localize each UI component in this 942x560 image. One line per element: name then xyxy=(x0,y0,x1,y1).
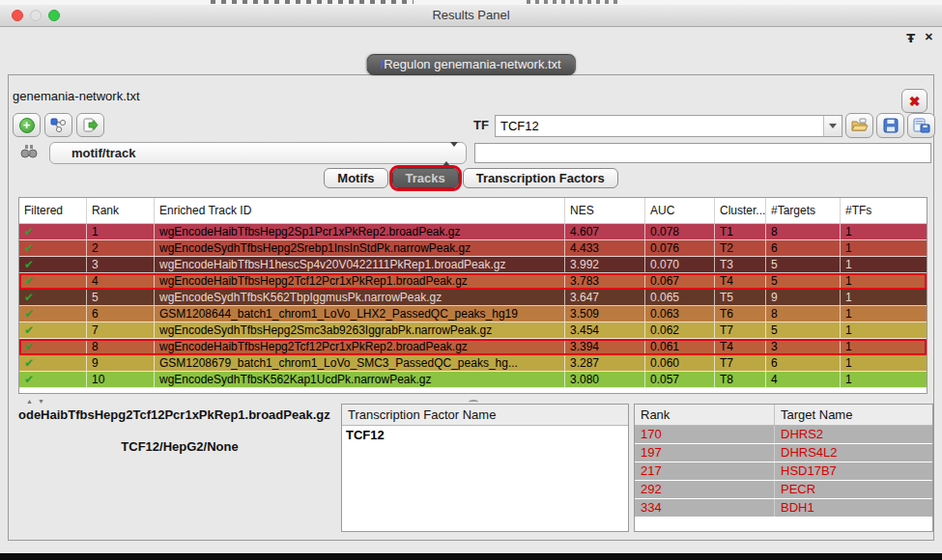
target-gene-table: Rank Target Name 170 DHRS2 197 DHRS4L2 2… xyxy=(634,404,933,532)
col-target-rank[interactable]: Rank xyxy=(635,405,775,425)
col-target-name[interactable]: Target Name xyxy=(775,405,932,425)
cell-rank: 9 xyxy=(87,355,155,371)
filter-type-dropdown[interactable]: motif/track xyxy=(49,142,467,164)
track-row[interactable]: ✔ 3 wgEncodeHaibTfbsH1hescSp4v20V0422111… xyxy=(19,257,927,273)
col-filtered[interactable]: Filtered xyxy=(19,198,87,223)
cell-tfs: 1 xyxy=(841,257,927,272)
track-row-highlighted[interactable]: ✔ 4 wgEncodeHaibTfbsHepg2Tcf12Pcr1xPkRep… xyxy=(19,273,927,290)
result-tab-label: Regulon genemania-network.txt xyxy=(384,57,561,71)
track-row[interactable]: ✔ 5 wgEncodeSydhTfbsK562TbpIggmusPk.narr… xyxy=(19,290,927,306)
cell-auc: 0.061 xyxy=(645,339,715,354)
copy-results-button[interactable] xyxy=(907,113,935,138)
target-row[interactable]: 334 BDH1 xyxy=(635,499,932,518)
background-text-fragment xyxy=(527,0,618,4)
col-tf-name[interactable]: Transcription Factor Name xyxy=(342,407,496,422)
tf-name-row[interactable]: TCF12 xyxy=(342,426,628,442)
cell-nes: 4.433 xyxy=(565,240,645,256)
results-panel-window: Results Panel Ŧ ✕ iRegulon genemania-net… xyxy=(0,0,942,560)
target-row[interactable]: 197 DHRS4L2 xyxy=(635,444,932,462)
draw-network-button[interactable] xyxy=(44,113,72,137)
filter-binoculars-icon xyxy=(20,144,38,158)
track-row[interactable]: ✔ 1 wgEncodeHaibTfbsHepg2Sp1Pcr1xPkRep2.… xyxy=(19,224,927,240)
filter-type-value: motif/track xyxy=(71,146,135,160)
splitter-up-icon[interactable]: ▲ xyxy=(26,398,33,405)
cell-cluster: T7 xyxy=(715,322,766,338)
add-regulators-button[interactable]: + xyxy=(13,113,41,137)
tf-description-label: TCF12/HepG2/None xyxy=(18,439,341,454)
cell-target-rank: 170 xyxy=(635,426,775,443)
checkmark-icon: ✔ xyxy=(24,373,34,386)
result-type-tabs: Motifs Tracks Transcription Factors xyxy=(9,168,933,188)
track-row[interactable]: ✔ 7 wgEncodeSydhTfbsHepg2Smc3ab9263Iggra… xyxy=(19,322,927,339)
cell-targets: 6 xyxy=(766,240,841,256)
col-rank[interactable]: Rank xyxy=(87,198,155,223)
cell-target-rank: 217 xyxy=(635,462,775,480)
cell-cluster: T6 xyxy=(715,306,766,322)
filter-query-input[interactable] xyxy=(474,143,931,163)
tab-tracks[interactable]: Tracks xyxy=(392,168,459,188)
track-row-highlighted[interactable]: ✔ 8 wgEncodeHaibTfbsHepg2Tcf12Pcr1xPkRep… xyxy=(19,339,927,355)
tab-motifs[interactable]: Motifs xyxy=(324,168,387,188)
enriched-tracks-table: Filtered Rank Enriched Track ID NES AUC … xyxy=(18,197,928,394)
cell-rank: 8 xyxy=(87,339,155,354)
dock-pin-icon[interactable]: Ŧ xyxy=(906,31,915,45)
save-results-button[interactable] xyxy=(876,113,904,138)
track-row[interactable]: ✔ 2 wgEncodeSydhTfbsHepg2Srebp1InsInStdP… xyxy=(19,240,927,257)
table-header-row: Filtered Rank Enriched Track ID NES AUC … xyxy=(19,198,927,224)
col-auc[interactable]: AUC xyxy=(645,198,715,223)
cell-targets: 3 xyxy=(766,339,841,354)
cell-targets: 5 xyxy=(766,322,841,338)
cell-target-rank: 334 xyxy=(635,499,775,517)
close-panel-icon[interactable]: ✕ xyxy=(925,31,933,43)
col-tfs[interactable]: #TFs xyxy=(841,198,927,223)
tf-combobox-arrow-button[interactable] xyxy=(823,116,842,136)
checkmark-icon: ✔ xyxy=(24,225,34,238)
selected-track-detail: odeHaibTfbsHepg2Tcf12Pcr1xPkRep1.broadPe… xyxy=(18,407,341,531)
col-track-id[interactable]: Enriched Track ID xyxy=(155,198,565,223)
tf-combobox[interactable]: TCF12 xyxy=(495,115,842,137)
target-row[interactable]: 292 PECR xyxy=(635,481,932,499)
export-arrow-icon xyxy=(82,118,99,133)
cell-nes: 3.394 xyxy=(565,339,645,354)
stepper-arrows-icon xyxy=(442,147,458,161)
target-row[interactable]: 217 HSD17B7 xyxy=(635,462,932,481)
cell-nes: 3.080 xyxy=(565,372,645,387)
col-nes[interactable]: NES xyxy=(565,198,645,223)
track-row[interactable]: ✔ 6 GSM1208644_batch1_chrom1_LoVo_LHX2_P… xyxy=(19,306,927,322)
target-table-header: Rank Target Name xyxy=(635,405,932,426)
cell-target-name: BDH1 xyxy=(775,499,932,517)
cell-cluster: T3 xyxy=(715,257,766,272)
cytopanel-control-strip: Ŧ ✕ xyxy=(0,27,942,48)
cell-target-rank: 292 xyxy=(635,481,775,498)
close-results-button[interactable]: ✖ xyxy=(901,89,928,113)
target-row[interactable]: 170 DHRS2 xyxy=(635,426,932,444)
checkmark-icon: ✔ xyxy=(24,323,34,337)
cell-auc: 0.065 xyxy=(645,290,715,305)
cell-tfs: 1 xyxy=(841,372,927,387)
tab-transcription-factors[interactable]: Transcription Factors xyxy=(463,168,618,188)
red-x-icon: ✖ xyxy=(909,94,921,109)
cell-tfs: 1 xyxy=(841,240,927,256)
left-toolbar: + xyxy=(13,113,104,137)
cell-targets: 6 xyxy=(766,355,841,371)
cell-tfs: 1 xyxy=(841,355,927,371)
cell-rank: 4 xyxy=(87,273,155,289)
export-button[interactable] xyxy=(76,113,104,137)
cell-track-id: wgEncodeSydhTfbsHepg2Srebp1InsInStdPk.na… xyxy=(155,240,565,256)
track-row[interactable]: ✔ 9 GSM1208679_batch1_chrom1_LoVo_SMC3_P… xyxy=(19,355,927,372)
tf-field-label: TF xyxy=(473,118,489,132)
cell-tfs: 1 xyxy=(841,306,927,322)
cell-auc: 0.076 xyxy=(645,240,715,256)
load-results-button[interactable] xyxy=(845,113,873,138)
track-row[interactable]: ✔ 10 wgEncodeSydhTfbsK562Kap1UcdPk.narro… xyxy=(19,372,927,388)
selected-track-name: odeHaibTfbsHepg2Tcf12Pcr1xPkRep1.broadPe… xyxy=(18,407,341,422)
cell-target-rank: 197 xyxy=(635,444,775,462)
splitter-down-icon[interactable]: ▼ xyxy=(38,398,44,405)
col-cluster[interactable]: Cluster... xyxy=(715,198,766,223)
network-name-label: genemania-network.txt xyxy=(13,89,140,103)
cell-rank: 6 xyxy=(87,306,155,322)
dropdown-arrow-icon xyxy=(829,124,837,128)
tab-iregulon-result[interactable]: iRegulon genemania-network.txt xyxy=(366,54,575,75)
cell-track-id: GSM1208644_batch1_chrom1_LoVo_LHX2_Passe… xyxy=(155,306,565,322)
col-targets[interactable]: #Targets xyxy=(766,198,841,223)
